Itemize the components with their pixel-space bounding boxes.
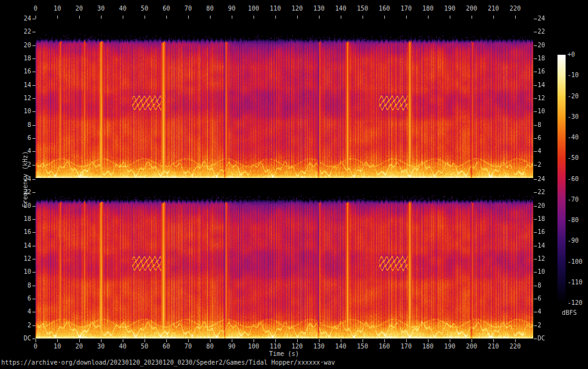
x-tick-label-bottom: 170 [394,343,419,350]
x-tick-mark-bottom [428,339,429,342]
freq-tick-mark-left [32,299,36,299]
x-tick-mark-bottom [145,339,145,342]
freq-tick-mark-right [534,192,537,193]
freq-tick-mark-right [534,32,537,32]
freq-tick-mark-right [534,151,537,152]
x-tick-mark-bottom [493,339,494,342]
x-tick-mark-top [101,16,102,19]
colorbar-tick-label: -70 [567,196,588,203]
x-tick-label-top: 90 [219,5,244,12]
freq-tick-label-left: 4 [12,308,31,315]
freq-tick-mark-left [32,339,36,339]
x-tick-label-bottom: 200 [459,343,484,350]
freq-tick-label-right: 4 [538,147,559,155]
x-tick-mark-bottom [275,339,276,342]
freq-tick-mark-right [534,45,537,46]
x-tick-mark-bottom [472,339,472,342]
freq-tick-mark-left [32,45,36,46]
x-tick-label-bottom: 50 [132,343,157,350]
freq-tick-label-right: 22 [538,28,559,35]
freq-tick-mark-right [534,272,537,273]
x-tick-label-bottom: 10 [45,343,70,350]
x-tick-mark-top [36,16,36,19]
freq-tick-mark-left [32,192,36,193]
colorbar-tick-label: -40 [567,134,588,141]
colorbar-tick-label: -100 [567,258,588,266]
x-tick-label-bottom: 30 [88,343,113,350]
x-tick-label-top: 80 [197,5,222,12]
x-tick-mark-top [232,16,232,19]
freq-tick-label-left: 16 [12,228,31,236]
freq-tick-mark-right [534,179,537,180]
x-tick-mark-bottom [254,339,254,342]
freq-tick-mark-left [32,312,36,312]
freq-tick-label-left: DC [12,335,31,342]
freq-tick-label-right: DC [538,335,559,342]
freq-tick-label-right: 22 [538,189,559,196]
freq-tick-label-right: 8 [538,282,559,289]
freq-tick-mark-right [534,246,537,246]
freq-tick-label-left: 2 [12,322,31,329]
freq-tick-label-right: 16 [538,68,559,75]
file-url-title: https://archive·org/download/20230120_20… [1,359,335,367]
x-tick-mark-top [210,16,211,19]
x-tick-mark-top [275,16,276,19]
x-tick-label-bottom: 80 [197,343,222,350]
x-tick-label-top: 0 [23,5,48,12]
x-tick-label-top: 140 [328,5,353,12]
freq-tick-label-right: 20 [538,202,559,210]
freq-tick-label-right: 12 [538,95,559,102]
freq-tick-label-left: 14 [12,82,31,89]
x-tick-mark-bottom [515,339,516,342]
freq-tick-mark-left [32,111,36,112]
colorbar-tick-label: -10 [567,72,588,79]
freq-tick-mark-left [32,219,36,220]
freq-tick-mark-left [32,125,36,126]
x-tick-mark-bottom [57,339,58,342]
colorbar-tick-label: +0 [567,51,588,58]
colorbar-tick-label: -90 [567,237,588,245]
x-tick-label-bottom: 210 [481,343,506,350]
x-tick-label-bottom: 150 [350,343,375,350]
colorbar-tick-label: -60 [567,175,588,183]
freq-tick-label-right: 20 [538,42,559,49]
colorbar-tick-label: -20 [567,93,588,100]
x-tick-label-top: 160 [372,5,397,12]
freq-tick-label-right: 18 [538,215,559,223]
x-tick-mark-top [493,16,494,19]
x-tick-mark-bottom [450,339,450,342]
x-tick-label-bottom: 40 [110,343,135,350]
y-axis-title: Frequency (kHz) [22,151,29,207]
x-tick-mark-top [319,16,320,19]
spectrogram-channel-2 [36,179,533,339]
freq-tick-mark-right [534,286,537,286]
freq-tick-label-right: 14 [538,82,559,89]
freq-tick-mark-right [534,111,537,112]
x-tick-label-top: 130 [306,5,331,12]
freq-tick-mark-right [534,19,537,19]
x-tick-mark-top [450,16,450,19]
freq-tick-label-right: 6 [538,134,559,142]
x-tick-mark-top [428,16,429,19]
freq-tick-mark-left [32,259,36,259]
freq-tick-label-left: 8 [12,121,31,129]
x-tick-label-bottom: 140 [328,343,353,350]
x-tick-label-bottom: 0 [23,343,48,350]
x-tick-mark-bottom [363,339,363,342]
x-tick-mark-bottom [79,339,80,342]
x-tick-label-bottom: 20 [67,343,92,350]
x-tick-mark-top [123,16,123,19]
freq-tick-mark-right [534,325,537,326]
x-tick-mark-bottom [188,339,189,342]
x-tick-mark-bottom [232,339,232,342]
x-tick-mark-bottom [341,339,341,342]
freq-tick-label-right: 2 [538,322,559,329]
freq-tick-label-right: 18 [538,55,559,62]
freq-tick-mark-right [534,219,537,220]
freq-tick-mark-right [534,312,537,312]
x-tick-mark-bottom [384,339,385,342]
freq-tick-label-left: 18 [12,55,31,62]
colorbar-tick-label: -30 [567,113,588,121]
x-tick-label-top: 120 [285,5,310,12]
freq-tick-mark-right [534,125,537,126]
